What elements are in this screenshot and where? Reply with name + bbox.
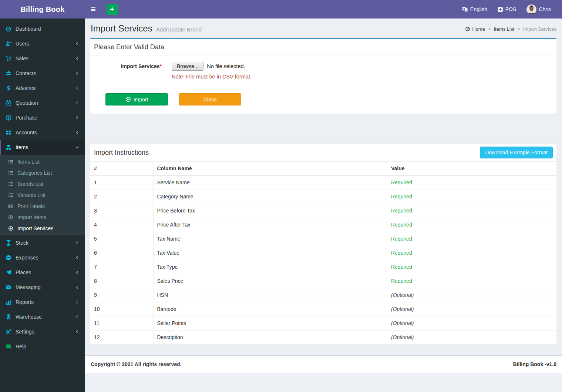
- svg-text:$: $: [7, 85, 10, 91]
- calendar-plus-icon: [6, 100, 12, 106]
- column-name-cell: HSN: [153, 288, 387, 302]
- sidebar-item-warehouse[interactable]: Warehouse: [0, 309, 85, 324]
- table-row: 1 Service Name Required: [90, 176, 556, 190]
- column-name-cell: Tax Name: [153, 232, 387, 246]
- column-name-cell: Category Name: [153, 190, 387, 204]
- file-status-text: No file selected.: [207, 63, 245, 69]
- chevron-left-icon: [75, 241, 80, 245]
- row-number-cell: 11: [90, 316, 153, 331]
- sidebar-item-quotation[interactable]: Quotation: [0, 96, 85, 110]
- sidebar-item-reports[interactable]: Reports: [0, 295, 85, 309]
- language-icon: [462, 6, 468, 12]
- chevron-left-icon: [75, 130, 80, 135]
- sidebar-subitem-variants-list[interactable]: Variants List: [0, 190, 85, 201]
- chevron-left-icon: [75, 315, 80, 319]
- import-circle-icon: [125, 97, 131, 102]
- download-example-button[interactable]: Download Example Format: [480, 147, 553, 158]
- sidebar-item-purchase[interactable]: Purchase: [0, 110, 85, 125]
- sidebar-item-label: Quotation: [16, 100, 38, 106]
- language-menu[interactable]: English: [457, 0, 492, 19]
- sidebar-toggle-button[interactable]: [85, 0, 101, 19]
- cube-icon: [6, 115, 12, 121]
- chevron-left-icon: [75, 41, 80, 46]
- building-icon: [6, 314, 12, 320]
- sidebar-item-label: Accounts: [16, 130, 37, 135]
- sidebar-item-advance[interactable]: $ Advance: [0, 81, 85, 96]
- sidebar-item-messaging[interactable]: Messaging: [0, 280, 85, 295]
- sidebar-item-label: Settings: [16, 329, 34, 335]
- sidebar-subitem-brands-list[interactable]: Brands List: [0, 178, 85, 190]
- value-cell: (Optional): [387, 316, 556, 331]
- avatar: [526, 4, 536, 14]
- row-number-cell: 5: [90, 232, 153, 246]
- sidebar-item-items[interactable]: Items: [0, 140, 85, 155]
- upload-card-footer: Import Close: [90, 88, 556, 114]
- sidebar-subitem-categories-list[interactable]: Categories List: [0, 167, 85, 178]
- column-header-num: #: [90, 162, 153, 176]
- sidebar-item-places[interactable]: Places: [0, 265, 85, 280]
- instructions-card-header: Import Instructions Download Example For…: [90, 144, 556, 161]
- sidebar-subitem-import-services[interactable]: Import Services: [0, 223, 85, 234]
- table-row: 11 Seller Points (Optional): [90, 316, 556, 331]
- column-header-value: Value: [387, 162, 556, 176]
- breadcrumb-items-list[interactable]: Items List: [494, 26, 514, 32]
- breadcrumb-home[interactable]: Home: [465, 26, 485, 32]
- sidebar-item-settings[interactable]: Settings: [0, 324, 85, 339]
- column-name-cell: Barcode: [153, 302, 387, 316]
- value-cell: Required: [387, 260, 556, 274]
- row-number-cell: 7: [90, 260, 153, 274]
- dollar-icon: $: [6, 85, 12, 91]
- table-row: 9 HSN (Optional): [90, 288, 556, 302]
- hamburger-icon: [90, 6, 97, 12]
- page-title: Import Services: [91, 23, 152, 34]
- top-navbar: Billing Book Englis: [0, 0, 562, 19]
- row-number-cell: 8: [90, 274, 153, 288]
- sidebar-subitem-label: Variants List: [17, 192, 46, 198]
- sidebar-item-help[interactable]: Help: [0, 339, 85, 354]
- app-logo[interactable]: Billing Book: [0, 0, 85, 19]
- sidebar-item-stock[interactable]: Stock: [0, 235, 85, 250]
- table-row: 12 Description (Optional): [90, 331, 556, 345]
- close-button[interactable]: Close: [179, 93, 241, 105]
- file-input-group: Browse... No file selected. Note: File m…: [172, 62, 252, 80]
- sidebar-item-contacts[interactable]: Contacts: [0, 66, 85, 81]
- value-cell: Required: [387, 204, 556, 218]
- sidebar-subitem-label: Brands List: [17, 181, 43, 187]
- sidebar-item-label: Messaging: [16, 284, 41, 290]
- sidebar-item-expenses[interactable]: Expenses: [0, 250, 85, 265]
- chevron-left-icon: [75, 285, 80, 289]
- sidebar-subitem-import-items[interactable]: Import Items: [0, 212, 85, 223]
- chevron-down-icon: [75, 145, 80, 150]
- cart-icon: [6, 56, 12, 61]
- content-wrapper: Import Services Add/Update Brand Home > …: [85, 0, 562, 355]
- value-cell: Required: [387, 274, 556, 288]
- table-row: 5 Tax Name Required: [90, 232, 556, 246]
- sidebar-item-users[interactable]: Users: [0, 36, 85, 51]
- minus-circle-icon: [6, 255, 12, 261]
- gears-icon: [6, 329, 12, 335]
- quick-add-button[interactable]: [107, 4, 118, 15]
- table-row: 10 Barcode (Optional): [90, 302, 556, 316]
- list-icon: [8, 159, 14, 164]
- sidebar-item-sales[interactable]: Sales: [0, 51, 85, 66]
- sidebar-item-label: Stock: [16, 240, 28, 246]
- sidebar-item-accounts[interactable]: Accounts: [0, 125, 85, 140]
- user-plus-icon: [6, 41, 12, 47]
- import-button[interactable]: Import: [105, 93, 168, 105]
- pos-label: POS: [505, 6, 516, 12]
- pos-menu[interactable]: POS: [492, 0, 522, 19]
- required-asterisk: *: [160, 63, 162, 69]
- sidebar-item-label: Expenses: [16, 255, 38, 261]
- sidebar-subitem-items-list[interactable]: Items List: [0, 156, 85, 167]
- sidebar-item-dashboard[interactable]: Dashboard: [0, 21, 85, 36]
- list-icon: [8, 192, 14, 198]
- browse-button[interactable]: Browse...: [172, 62, 203, 71]
- row-number-cell: 3: [90, 204, 153, 218]
- table-row: 2 Category Name Required: [90, 190, 556, 204]
- sidebar-subitem-print-labels[interactable]: Print Labels: [0, 201, 85, 212]
- table-row: 6 Tax Value Required: [90, 246, 556, 260]
- import-circle-icon: [8, 215, 14, 220]
- user-menu[interactable]: Chris: [521, 0, 556, 19]
- column-header-name: Column Name: [153, 162, 387, 176]
- value-cell: (Optional): [387, 288, 556, 302]
